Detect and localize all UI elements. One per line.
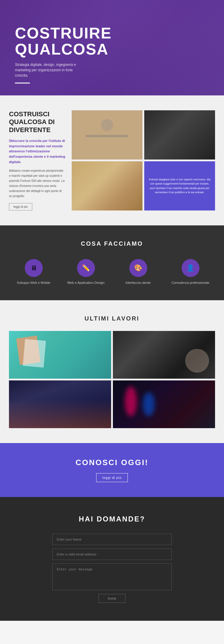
work-item-teal[interactable] — [9, 331, 111, 379]
service-icon-web-mobile: 🖥 — [25, 259, 43, 277]
service-label-consulting: Consulenza professionale — [171, 281, 209, 285]
works-title: ULTIMI LAVORI — [9, 315, 215, 322]
contact-form: Invia — [52, 534, 172, 603]
contact-title: HAI DOMANDE? — [9, 515, 215, 523]
service-icon-consulting: 👤 — [182, 259, 200, 277]
email-input[interactable] — [52, 549, 172, 560]
work-item-neon[interactable] — [113, 380, 215, 428]
service-item-consulting: 👤 Consulenza professionale — [166, 259, 215, 285]
notebook-image-placeholder — [144, 110, 215, 160]
name-input[interactable] — [52, 534, 172, 545]
services-title: COSA FACCIAMO — [9, 240, 215, 247]
service-label-app-design: Web e Application Design — [67, 281, 105, 285]
build-heading: COSTRUISCI QUALCOSA DI DIVERTENTE — [9, 110, 66, 134]
build-purple-card: Potresti sbagliare tutto e non saperlo n… — [144, 161, 215, 210]
hero-subtitle: Strategia digitale, design, ingegneria e… — [15, 62, 81, 78]
contact-section: HAI DOMANDE? Invia — [0, 497, 224, 621]
cta-title: CONOSCI OGGI! — [9, 458, 215, 467]
build-image-desk — [72, 161, 142, 210]
read-more-button[interactable]: leggi di più — [9, 203, 32, 210]
works-grid — [9, 331, 215, 428]
build-left-content: COSTRUISCI QUALCOSA DI DIVERTENTE Sblocc… — [9, 110, 66, 210]
build-body-text: Abbiamo creato esperienze pluripremiate … — [9, 168, 66, 199]
work-item-dark[interactable] — [113, 331, 215, 379]
build-image-notebook — [144, 110, 215, 160]
service-item-app-design: ✏️ Web e Application Design — [61, 259, 111, 285]
desk-image-placeholder — [72, 161, 142, 210]
build-accent-text: Sbloccare la crescita per l'istituto di … — [9, 138, 66, 165]
hero-content: COSTRUIRE QUALCOSA Strategia digitale, d… — [15, 25, 112, 83]
cta-button[interactable]: leggi di più — [96, 473, 128, 482]
kitchen-image-placeholder — [72, 110, 142, 160]
service-item-web-mobile: 🖥 Sviluppo Web e Mobile — [9, 259, 58, 285]
hero-divider — [15, 83, 30, 83]
works-section: ULTIMI LAVORI — [0, 300, 224, 443]
hero-section: COSTRUIRE QUALCOSA Strategia digitale, d… — [0, 0, 224, 95]
hero-title: COSTRUIRE QUALCOSA — [15, 25, 112, 58]
service-icon-ui: 🎨 — [129, 259, 147, 277]
work-item-city[interactable] — [9, 380, 111, 428]
service-label-ui: Interfaccia utente — [125, 281, 151, 285]
cta-section: CONOSCI OGGI! leggi di più — [0, 443, 224, 497]
services-grid: 🖥 Sviluppo Web e Mobile ✏️ Web e Applica… — [9, 259, 215, 285]
service-icon-app-design: ✏️ — [77, 259, 95, 277]
message-input[interactable] — [52, 564, 172, 590]
build-image-grid: Potresti sbagliare tutto e non saperlo n… — [72, 110, 215, 210]
service-item-ui: 🎨 Interfaccia utente — [113, 259, 163, 285]
build-image-kitchen — [72, 110, 142, 160]
submit-button[interactable]: Invia — [99, 594, 125, 603]
build-section: COSTRUISCI QUALCOSA DI DIVERTENTE Sblocc… — [0, 95, 224, 225]
services-section: COSA FACCIAMO 🖥 Sviluppo Web e Mobile ✏️… — [0, 225, 224, 300]
service-label-web-mobile: Sviluppo Web e Mobile — [17, 281, 50, 285]
purple-card-text: Potresti sbagliare tutto e non saperlo n… — [149, 177, 211, 195]
